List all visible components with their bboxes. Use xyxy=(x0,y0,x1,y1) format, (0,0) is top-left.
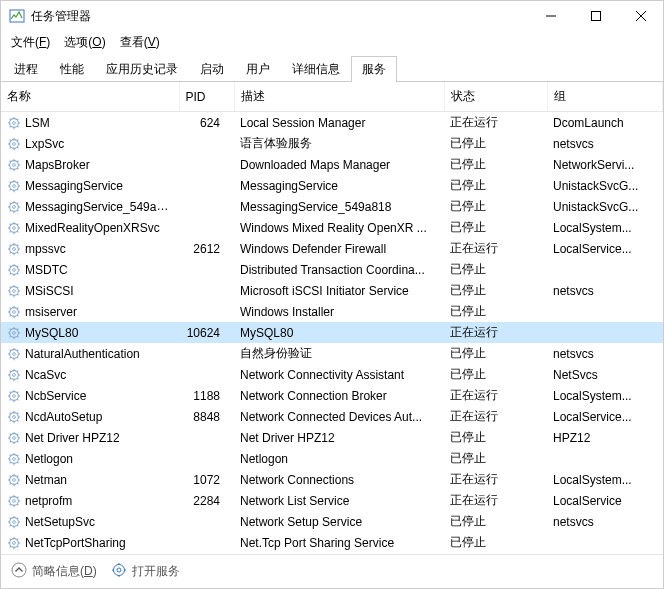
open-services-button[interactable]: 打开服务 xyxy=(111,562,180,581)
service-row[interactable]: msiserverWindows Installer已停止 xyxy=(1,301,663,322)
cell-status: 已停止 xyxy=(444,427,547,448)
cell-pid xyxy=(179,133,234,154)
svg-line-84 xyxy=(17,266,18,267)
cell-desc: 自然身份验证 xyxy=(234,343,444,364)
column-header-name[interactable]: 名称 xyxy=(1,82,179,112)
tab-1[interactable]: 性能 xyxy=(49,56,95,82)
service-row[interactable]: NcaSvcNetwork Connectivity Assistant已停止N… xyxy=(1,364,663,385)
svg-line-161 xyxy=(10,434,11,435)
cell-group: LocalService... xyxy=(547,238,663,259)
svg-line-11 xyxy=(10,119,11,120)
menubar: 文件(F) 选项(O) 查看(V) xyxy=(1,31,663,53)
service-row[interactable]: NetlogonNetlogon已停止 xyxy=(1,448,663,469)
svg-line-192 xyxy=(17,504,18,505)
svg-point-26 xyxy=(13,164,16,167)
svg-line-213 xyxy=(10,546,11,547)
cell-name: NcaSvc xyxy=(1,364,179,385)
menu-view[interactable]: 查看(V) xyxy=(114,32,166,53)
service-row[interactable]: MySQL8010624MySQL80正在运行 xyxy=(1,322,663,343)
service-row[interactable]: LSM624Local Session Manager正在运行DcomLaunc… xyxy=(1,112,663,134)
svg-point-25 xyxy=(10,161,19,170)
services-table-scroll[interactable]: 名称 PID 描述 状态 组 LSM624Local Session Manag… xyxy=(1,82,663,554)
svg-line-212 xyxy=(17,546,18,547)
svg-line-82 xyxy=(17,273,18,274)
cell-status: 正在运行 xyxy=(444,322,547,343)
column-header-group[interactable]: 组 xyxy=(547,82,663,112)
gear-icon xyxy=(7,431,21,445)
column-header-status[interactable]: 状态 xyxy=(444,82,547,112)
window-title: 任务管理器 xyxy=(31,8,528,25)
column-header-desc[interactable]: 描述 xyxy=(234,82,444,112)
cell-pid xyxy=(179,196,234,217)
svg-line-142 xyxy=(17,399,18,400)
svg-point-65 xyxy=(10,245,19,254)
svg-point-116 xyxy=(13,353,16,356)
gear-icon xyxy=(7,473,21,487)
cell-status: 正在运行 xyxy=(444,490,547,511)
svg-point-16 xyxy=(13,143,16,146)
svg-point-155 xyxy=(10,434,19,443)
tab-0[interactable]: 进程 xyxy=(3,56,49,82)
menu-file[interactable]: 文件(F) xyxy=(5,32,56,53)
service-row[interactable]: MessagingService_549a8...MessagingServic… xyxy=(1,196,663,217)
svg-line-194 xyxy=(17,497,18,498)
svg-line-182 xyxy=(17,483,18,484)
service-row[interactable]: NetTcpPortSharingNet.Tcp Port Sharing Se… xyxy=(1,532,663,553)
cell-desc: Network Connection Broker xyxy=(234,385,444,406)
tab-bar: 进程性能应用历史记录启动用户详细信息服务 xyxy=(1,55,663,82)
service-row[interactable]: NetSetupSvcNetwork Setup Service已停止netsv… xyxy=(1,511,663,532)
cell-desc: Network List Service xyxy=(234,490,444,511)
service-row[interactable]: MixedRealityOpenXRSvcWindows Mixed Reali… xyxy=(1,217,663,238)
maximize-button[interactable] xyxy=(573,1,618,31)
svg-line-51 xyxy=(10,203,11,204)
cell-desc: Distributed Transaction Coordina... xyxy=(234,259,444,280)
minimize-button[interactable] xyxy=(528,1,573,31)
tab-2[interactable]: 应用历史记录 xyxy=(95,56,189,82)
service-row[interactable]: MessagingServiceMessagingService已停止Unist… xyxy=(1,175,663,196)
cell-status: 已停止 xyxy=(444,301,547,322)
column-header-pid[interactable]: PID xyxy=(179,82,234,112)
svg-line-202 xyxy=(17,525,18,526)
cell-name: MSDTC xyxy=(1,259,179,280)
svg-line-34 xyxy=(17,161,18,162)
service-row[interactable]: mpssvc2612Windows Defender Firewall正在运行L… xyxy=(1,238,663,259)
service-row[interactable]: NcbService1188Network Connection Broker正… xyxy=(1,385,663,406)
svg-point-175 xyxy=(10,476,19,485)
cell-pid xyxy=(179,175,234,196)
tab-4[interactable]: 用户 xyxy=(235,56,281,82)
svg-line-63 xyxy=(10,231,11,232)
service-row[interactable]: NaturalAuthentication自然身份验证已停止netsvcs xyxy=(1,343,663,364)
svg-point-145 xyxy=(10,413,19,422)
svg-point-217 xyxy=(117,568,121,572)
service-row[interactable]: LxpSvc语言体验服务已停止netsvcs xyxy=(1,133,663,154)
tab-6[interactable]: 服务 xyxy=(351,56,397,82)
service-row[interactable]: netprofm2284Network List Service正在运行Loca… xyxy=(1,490,663,511)
cell-status: 已停止 xyxy=(444,532,547,553)
service-row[interactable]: MSiSCSIMicrosoft iSCSI Initiator Service… xyxy=(1,280,663,301)
tab-3[interactable]: 启动 xyxy=(189,56,235,82)
tab-5[interactable]: 详细信息 xyxy=(281,56,351,82)
cell-name: LxpSvc xyxy=(1,133,179,154)
fewer-details-button[interactable]: 简略信息(D) xyxy=(11,562,97,581)
service-row[interactable]: NcdAutoSetup8848Network Connected Device… xyxy=(1,406,663,427)
svg-line-122 xyxy=(17,357,18,358)
menu-options[interactable]: 选项(O) xyxy=(58,32,111,53)
service-row[interactable]: Netman1072Network Connections正在运行LocalSy… xyxy=(1,469,663,490)
gear-icon xyxy=(7,242,21,256)
svg-line-162 xyxy=(17,441,18,442)
service-row[interactable]: MSDTCDistributed Transaction Coordina...… xyxy=(1,259,663,280)
service-row[interactable]: Net Driver HPZ12Net Driver HPZ12已停止HPZ12 xyxy=(1,427,663,448)
cell-pid xyxy=(179,364,234,385)
svg-line-104 xyxy=(17,308,18,309)
cell-group xyxy=(547,301,663,322)
service-row[interactable]: MapsBrokerDownloaded Maps Manager已停止Netw… xyxy=(1,154,663,175)
cell-name: Net Driver HPZ12 xyxy=(1,427,179,448)
cell-status: 已停止 xyxy=(444,511,547,532)
svg-line-71 xyxy=(10,245,11,246)
cell-name: Netman xyxy=(1,469,179,490)
services-panel: 名称 PID 描述 状态 组 LSM624Local Session Manag… xyxy=(1,82,663,554)
cell-desc: Windows Mixed Reality OpenXR ... xyxy=(234,217,444,238)
cell-name: netprofm xyxy=(1,490,179,511)
titlebar: 任务管理器 xyxy=(1,1,663,31)
close-button[interactable] xyxy=(618,1,663,31)
